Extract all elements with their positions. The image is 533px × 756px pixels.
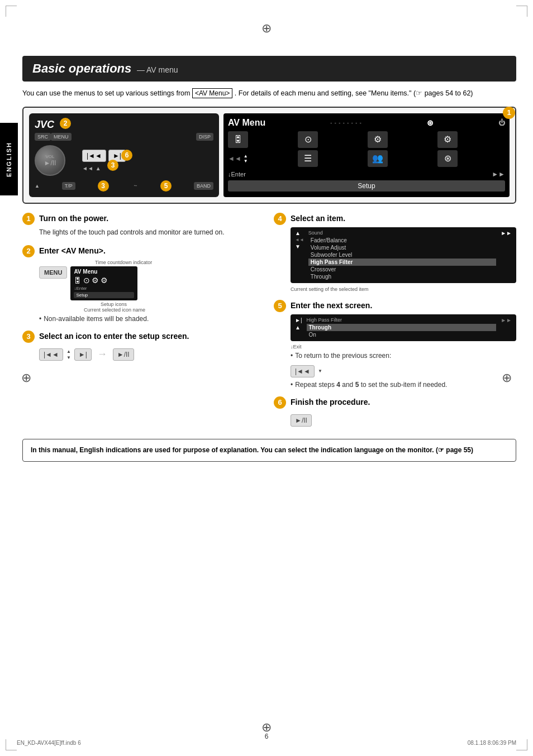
step-2-illus: MENU AV Menu 🎛⊙⚙⚙ ↓Enter Setup — [39, 266, 265, 300]
step-6-play-pause[interactable]: ►/II — [291, 414, 312, 427]
step-5-block: 5 Enter the next screen. ►| ▲ High Pass … — [274, 300, 516, 389]
device-top-row: SRC MENU DISP — [35, 133, 213, 141]
step-4-item-3: High Pass Filter — [308, 259, 496, 266]
step-5-right-arrows: ►► — [501, 317, 512, 323]
step-5-item-1: On — [307, 331, 497, 338]
menu-icon-circle: ⊙ — [298, 131, 318, 148]
menu-icon-persons: 👥 — [368, 150, 388, 167]
bottom-note: In this manual, English indications are … — [22, 439, 516, 462]
step-4-header: 4 Select an item. — [274, 213, 516, 225]
step-2-av-tag: <AV Menu> — [61, 246, 103, 255]
prev-track-btn[interactable]: |◄◄ — [82, 150, 106, 162]
step-5-return-icons: |◄◄ ▼ — [291, 365, 516, 377]
step-badge-5-device: 5 — [160, 180, 172, 192]
setup-bar: Setup — [228, 180, 505, 192]
fast-forward-icon: ►► — [492, 170, 505, 178]
page-title-subtitle: — AV menu — [137, 65, 178, 74]
device-right-panel: 1 AV Menu - - - - - - - - ⊛ ⏻ 🎛 ⊙ ⚙ ⚙ ◄◄… — [223, 113, 510, 197]
step-6-badge: 6 — [274, 396, 286, 409]
step-badge-3b-device: 3 — [98, 180, 109, 192]
enter-label: ↓Enter — [228, 171, 246, 178]
step-5-bullet1: To return to the previous screen: — [291, 352, 516, 360]
sidebar-english: ENGLISH — [0, 123, 18, 195]
step-4-block: 4 Select an item. ▲ ◄◄ ▼ Sound Fader/Bal… — [274, 213, 516, 292]
nav-arrows: ◄◄ ▲ ▼ — [228, 150, 296, 167]
step-3-title: Select an icon to enter the setup screen… — [39, 332, 189, 341]
volume-knob[interactable]: VOL ►/II — [35, 145, 65, 176]
step-badge-6-device: 6 — [121, 150, 132, 161]
step-4-item-0: Fader/Balance — [308, 237, 496, 244]
step-4-item-1: Volume Adjust — [308, 244, 496, 251]
menu-icon-list: ☰ — [298, 150, 318, 167]
menu-icons-grid: 🎛 ⊙ ⚙ ⚙ ◄◄ ▲ ▼ ☰ 👥 ⊛ — [228, 131, 505, 167]
device-bottom-row: ▲ T/P 3 ～ 5 BAND — [35, 180, 213, 192]
av-menu-bottom-row: ↓Enter ►► — [228, 170, 505, 178]
step-2-badge: 2 — [22, 245, 35, 257]
step-5-item-0: Through — [307, 324, 497, 331]
step-1-badge: 1 — [22, 213, 35, 225]
av-menu-mini: AV Menu 🎛⊙⚙⚙ ↓Enter Setup — [70, 266, 137, 300]
step-2-label3: Current selected icon name — [84, 307, 265, 313]
title-box: Basic operations — AV menu — [22, 56, 516, 82]
src-button[interactable]: SRC — [35, 133, 51, 141]
step-2-header: 2 Enter <AV Menu>. — [22, 245, 265, 257]
page-number: 6 — [265, 733, 269, 740]
step-4-item-5: Through — [308, 273, 496, 280]
step-4-panel: ▲ ◄◄ ▼ Sound Fader/Balance Volume Adjust… — [291, 227, 516, 283]
steps-area: 1 Turn on the power. The lights of the t… — [22, 213, 516, 428]
step-4-nav-arrows: ▲ ◄◄ ▼ — [295, 230, 304, 250]
menu-icon-bt: ⊛ — [437, 150, 458, 167]
menu-icon-eq: 🎛 — [228, 131, 248, 148]
step-1-title: Turn on the power. — [39, 214, 108, 223]
step-2-diagram: Time countdown indicator MENU AV Menu 🎛⊙… — [39, 260, 265, 313]
step-badge-2-device: 2 — [60, 118, 71, 129]
intro-text: You can use the menus to set up various … — [22, 88, 516, 99]
step-6-transport: ►/II — [291, 414, 516, 427]
step-3-block: 3 Select an icon to enter the setup scre… — [22, 331, 265, 362]
steps-left-column: 1 Turn on the power. The lights of the t… — [22, 213, 265, 428]
power-icon: ⏻ — [498, 119, 505, 127]
av-menu-tag: <AV Menu> — [192, 88, 232, 98]
menu-btn-illus: MENU — [39, 266, 67, 279]
step-6-title: Finish the procedure. — [291, 398, 370, 406]
step-5-hpf-label: High Pass Filter — [307, 317, 497, 323]
skip-next-icon[interactable]: ►| — [74, 348, 92, 361]
compass-top-icon: ⊕ — [261, 21, 272, 36]
step-1-header: 1 Turn on the power. — [22, 213, 265, 225]
step-3-badge: 3 — [22, 331, 35, 343]
step-5-header: 5 Enter the next screen. — [274, 300, 516, 312]
step-3-header: 3 Select an icon to enter the setup scre… — [22, 331, 265, 343]
step-5-bullet2: Repeat steps 4 and 5 to set the sub-item… — [291, 381, 516, 389]
menu-icon-settings1: ⚙ — [368, 131, 388, 148]
play-pause-icon[interactable]: ►/II — [113, 348, 134, 361]
step-1-block: 1 Turn on the power. The lights of the t… — [22, 213, 265, 237]
band-button[interactable]: BAND — [194, 182, 213, 190]
step-5-menu-list: High Pass Filter Through On — [307, 317, 497, 338]
av-menu-label: AV Menu — [228, 118, 265, 128]
disp-button[interactable]: DISP — [196, 133, 213, 141]
dashes-line: - - - - - - - - — [330, 120, 361, 126]
menu-button[interactable]: MENU — [51, 133, 72, 141]
skip-prev-icon[interactable]: |◄◄ — [39, 348, 63, 361]
step-1-body: The lights of the touch pad controls and… — [39, 227, 265, 237]
corner-mark-tr — [516, 6, 527, 17]
step-6-block: 6 Finish the procedure. ►/II — [274, 396, 516, 428]
menu-icon-settings2: ⚙ — [437, 131, 458, 148]
step-2-block: 2 Enter <AV Menu>. Time countdown indica… — [22, 245, 265, 323]
step-5-nav-arrows: ►| ▲ — [295, 317, 302, 333]
device-left-panel: 2 JVC SRC MENU DISP VOL ►/II |◄◄ — [29, 113, 219, 197]
step-3-transport: |◄◄ ▲ ▼ ►| → ►/II — [39, 348, 265, 361]
return-icon[interactable]: |◄◄ — [291, 365, 315, 377]
step-badge-1-device: 1 — [503, 107, 515, 119]
footer-right: 08.1.18 8:06:39 PM — [468, 740, 516, 746]
step-2-title: Enter <AV Menu>. — [39, 246, 106, 255]
page-title-italic: Basic operations — [32, 61, 131, 75]
step-4-label: Current setting of the selected item — [291, 286, 516, 292]
step-5-badge: 5 — [274, 300, 286, 312]
step-4-right-arrows: ►► — [501, 230, 512, 236]
step-4-badge: 4 — [274, 213, 286, 225]
device-illustration: 2 JVC SRC MENU DISP VOL ►/II |◄◄ — [22, 107, 516, 204]
step-2-label2: Setup icons — [101, 302, 265, 307]
step-4-sound-label: Sound — [308, 230, 496, 236]
tp-button[interactable]: T/P — [62, 182, 75, 190]
